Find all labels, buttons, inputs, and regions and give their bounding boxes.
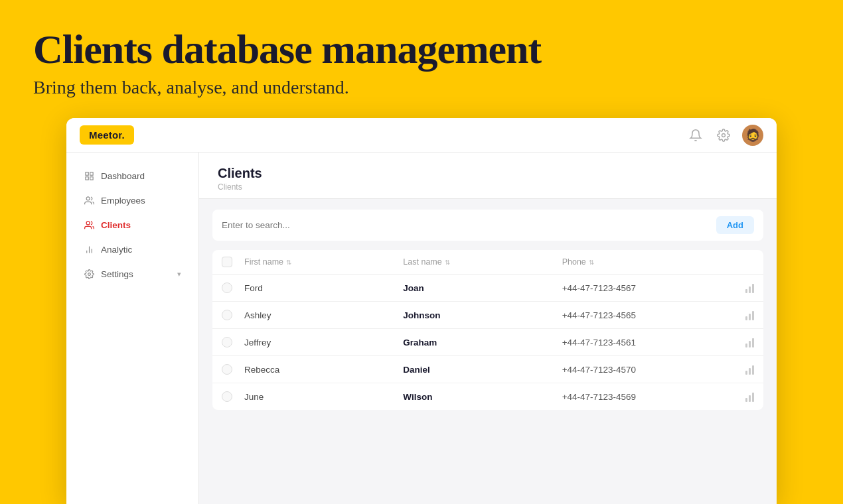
main-content: Clients Clients Add First name ⇅: [199, 153, 777, 504]
bar-chart-icon: [745, 310, 754, 320]
cell-phone: +44-47-7123-4561: [562, 338, 721, 347]
sidebar-item-employees[interactable]: Employees: [72, 188, 193, 212]
app-window: Meetor. 🧔: [66, 118, 777, 504]
row-action[interactable]: [721, 337, 754, 347]
row-checkbox[interactable]: [222, 364, 232, 375]
cell-phone: +44-47-7123-4569: [562, 392, 721, 402]
hero-section: Clients database management Bring them b…: [33, 20, 810, 118]
header-checkbox[interactable]: [222, 257, 232, 267]
col-phone: Phone ⇅: [562, 257, 721, 267]
row-action[interactable]: [721, 391, 754, 402]
chevron-down-icon: ▾: [177, 270, 181, 279]
cell-first-name: Rebecca: [244, 365, 403, 375]
row-action[interactable]: [721, 283, 754, 293]
search-input[interactable]: [222, 220, 708, 230]
col-action: [721, 257, 754, 267]
row-checkbox[interactable]: [222, 283, 232, 293]
sidebar-item-employees-label: Employees: [101, 196, 145, 206]
navbar-icons: 🧔: [686, 125, 763, 146]
sidebar-item-clients[interactable]: Clients: [72, 213, 193, 237]
table-body: Ford Joan +44-47-7123-4567 Ashley Johnso…: [212, 275, 763, 410]
app-body: Dashboard Employees: [66, 153, 777, 504]
row-checkbox[interactable]: [222, 337, 232, 347]
sidebar: Dashboard Employees: [66, 153, 199, 504]
cell-phone: +44-47-7123-4570: [562, 365, 721, 375]
bar-chart-icon: [745, 364, 754, 375]
cell-first-name: June: [244, 392, 403, 402]
bar-chart-icon: [745, 337, 754, 347]
navbar: Meetor. 🧔: [66, 118, 777, 153]
sidebar-item-dashboard-label: Dashboard: [101, 171, 145, 181]
row-action[interactable]: [721, 310, 754, 320]
sort-icon-firstname: ⇅: [286, 259, 291, 266]
cell-first-name: Ashley: [244, 310, 403, 320]
sort-icon-phone: ⇅: [589, 259, 594, 266]
svg-rect-4: [90, 176, 92, 179]
cell-last-name: Joan: [403, 283, 562, 293]
cell-phone: +44-47-7123-4567: [562, 283, 721, 293]
col-last-name: Last name ⇅: [403, 257, 562, 267]
logo[interactable]: Meetor.: [80, 125, 134, 145]
cell-last-name: Wilson: [403, 392, 562, 402]
bell-icon[interactable]: [686, 126, 705, 145]
svg-point-5: [86, 197, 90, 200]
table-row: Ford Joan +44-47-7123-4567: [212, 275, 763, 302]
cell-phone: +44-47-7123-4565: [562, 310, 721, 320]
cell-last-name: Johnson: [403, 310, 562, 320]
page-title: Clients: [218, 166, 758, 181]
row-action[interactable]: [721, 364, 754, 375]
table-header: First name ⇅ Last name ⇅ Phone ⇅: [212, 250, 763, 275]
bar-chart-icon: [745, 391, 754, 402]
cell-last-name: Graham: [403, 338, 562, 347]
sidebar-item-clients-label: Clients: [101, 220, 131, 230]
row-checkbox[interactable]: [222, 391, 232, 402]
sidebar-item-analytic[interactable]: Analytic: [72, 237, 193, 261]
settings-icon: [84, 269, 94, 279]
analytic-icon: [84, 244, 94, 255]
page-header: Clients Clients: [199, 153, 777, 199]
hero-subtitle: Bring them back, analyse, and understand…: [33, 77, 810, 98]
gear-icon[interactable]: [714, 126, 733, 145]
table-row: Rebecca Daniel +44-47-7123-4570: [212, 356, 763, 383]
cell-first-name: Ford: [244, 283, 403, 293]
sidebar-item-settings[interactable]: Settings ▾: [72, 262, 193, 286]
table-row: June Wilson +44-47-7123-4569: [212, 383, 763, 410]
svg-point-6: [86, 221, 90, 225]
table-row: Ashley Johnson +44-47-7123-4565: [212, 302, 763, 329]
cell-first-name: Jeffrey: [244, 338, 403, 347]
sidebar-item-settings-label: Settings: [101, 269, 133, 279]
svg-rect-3: [85, 176, 88, 179]
sidebar-item-analytic-label: Analytic: [101, 245, 132, 255]
content-area: Add First name ⇅ Last name ⇅: [199, 199, 777, 420]
col-first-name: First name ⇅: [244, 257, 403, 267]
add-button[interactable]: Add: [716, 216, 754, 234]
table-row: Jeffrey Graham +44-47-7123-4561: [212, 329, 763, 356]
svg-point-0: [722, 133, 726, 137]
sort-icon-lastname: ⇅: [445, 259, 450, 266]
svg-rect-2: [90, 172, 92, 175]
toolbar: Add: [212, 210, 763, 241]
clients-icon: [84, 220, 94, 230]
row-checkbox[interactable]: [222, 310, 232, 320]
employees-icon: [84, 195, 94, 206]
bar-chart-icon: [745, 283, 754, 293]
dashboard-icon: [84, 170, 94, 181]
user-avatar[interactable]: 🧔: [742, 125, 763, 146]
sidebar-item-dashboard[interactable]: Dashboard: [72, 164, 193, 188]
svg-point-10: [88, 273, 90, 275]
cell-last-name: Daniel: [403, 365, 562, 375]
clients-table: First name ⇅ Last name ⇅ Phone ⇅: [212, 250, 763, 410]
hero-title: Clients database management: [33, 27, 810, 72]
breadcrumb: Clients: [218, 182, 758, 192]
svg-rect-1: [85, 172, 88, 175]
